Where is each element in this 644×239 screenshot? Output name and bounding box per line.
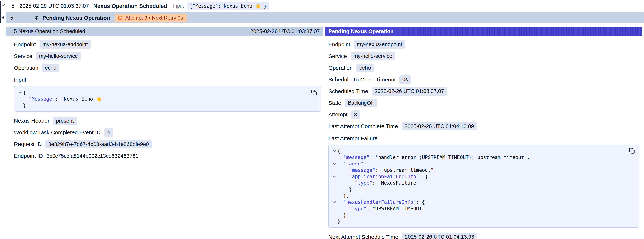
- chevron-down-icon[interactable]: [332, 150, 336, 152]
- event-id-link[interactable]: 5: [12, 3, 14, 9]
- field-label-state: State: [328, 100, 342, 106]
- json-line-text: {: [23, 89, 26, 96]
- field-value-operation: echo: [356, 64, 374, 72]
- pending-operation-row[interactable]: 5 Pending Nexus Operation Attempt: [6, 12, 644, 24]
- field-value-request-id: 3e829b7e-7d67-4b08-aad3-b1e868bfe9e0: [46, 140, 152, 148]
- json-punctuation: [338, 161, 343, 166]
- field-label-next-attempt-schedule-time: Next Attempt Schedule Time: [328, 234, 398, 239]
- copy-button[interactable]: [311, 89, 317, 96]
- field-label-last-attempt-complete-time: Last Attempt Complete Time: [328, 123, 398, 130]
- json-punctuation: : {: [419, 174, 428, 179]
- collapse-gutter: [331, 160, 338, 167]
- pending-operation-title: Pending Nexus Operation: [42, 15, 110, 21]
- chevron-down-icon[interactable]: [332, 162, 336, 165]
- field-row-request-id: Request ID3e829b7e-7d67-4b08-aad3-b1e868…: [14, 138, 321, 150]
- json-line: "nexusHandlerFailureInfo": {: [331, 199, 634, 205]
- event-row-scheduled[interactable]: 5 2025-02-26 UTC 01:03:37.07 Nexus Opera…: [6, 0, 644, 12]
- field-value-next-attempt-schedule-time: 2025-02-26 UTC 01:04:13.93: [402, 233, 477, 239]
- json-line-text: "nexusHandlerFailureInfo": {: [338, 199, 425, 205]
- input-value-chip: {"Message":"Nexus Echo 👋"}: [187, 2, 269, 10]
- pending-asterisk-icon: [34, 15, 39, 20]
- field-label-last-attempt-failure: Last Attempt Failure: [328, 135, 378, 142]
- attempt-retry-text: Attempt 3 • Next Retry 0s: [126, 15, 183, 21]
- field-label-row-input: Input: [14, 74, 321, 85]
- field-label-input: Input: [14, 77, 26, 83]
- scheduled-panel-fields: Endpointmy-nexus-endpointServicemy-hello…: [6, 36, 323, 162]
- timeline-circle-marker: [2, 3, 4, 6]
- json-line-text: "Message": "Nexus Echo 👋": [23, 96, 105, 102]
- json-punctuation: :: [372, 180, 378, 186]
- json-line: "cause": {: [331, 160, 634, 167]
- field-value-scheduled-time: 2025-02-26 UTC 01:03:37.07: [372, 87, 447, 95]
- field-label-service: Service: [14, 53, 32, 59]
- json-line-text: "applicationFailureInfo": {: [338, 173, 428, 180]
- json-line: "type": "UPSTREAM_TIMEOUT": [331, 205, 634, 212]
- field-value-service: my-hello-service: [350, 52, 395, 60]
- json-line: }: [331, 218, 634, 224]
- json-line: "applicationFailureInfo": {: [331, 173, 634, 180]
- field-row-schedule-to-close-timeout: Schedule To Close Timeout0s: [328, 74, 639, 86]
- json-line-text: "type": "UPSTREAM_TIMEOUT": [338, 205, 425, 212]
- chevron-down-icon[interactable]: [18, 91, 22, 94]
- field-value-nexus-header: present: [53, 116, 77, 125]
- json-punctuation: :: [366, 206, 372, 211]
- json-punctuation: }: [338, 212, 346, 218]
- field-label-row-last-attempt-failure: Last Attempt Failure: [328, 133, 639, 144]
- scheduled-panel-timestamp: 2025-02-26 UTC 01:03:37.07: [250, 28, 320, 34]
- json-key: "Message": [29, 96, 55, 102]
- chevron-down-icon[interactable]: [332, 175, 336, 178]
- json-punctuation: [338, 180, 355, 186]
- field-label-scheduled-time: Scheduled Time: [328, 88, 368, 94]
- event-id-link[interactable]: 5: [10, 15, 13, 21]
- scheduled-panel-header: 5 Nexus Operation Scheduled 2025-02-26 U…: [6, 27, 323, 36]
- json-string: "Nexus Echo 👋": [61, 96, 105, 102]
- field-value-state: BackingOff: [345, 99, 377, 107]
- field-label-endpoint-id: Endpoint ID: [14, 153, 43, 159]
- json-line: }: [17, 102, 316, 108]
- collapse-gutter: [331, 180, 338, 186]
- json-code-block: { "message": "handler error (UPSTREAM_TI…: [328, 144, 639, 228]
- json-string: "NexusFailure": [378, 180, 419, 186]
- json-punctuation: [338, 154, 343, 160]
- pending-panel-header: Pending Nexus Operation: [325, 27, 642, 36]
- json-string: "handler error (UPSTREAM_TIMEOUT): upstr…: [375, 154, 527, 160]
- scheduled-event-panel: 5 Nexus Operation Scheduled 2025-02-26 U…: [6, 27, 323, 162]
- json-line-text: "type": "NexusFailure": [338, 180, 419, 186]
- field-value-service: my-hello-service: [36, 52, 81, 60]
- json-line: "Message": "Nexus Echo 👋": [17, 96, 316, 102]
- field-row-scheduled-time: Scheduled Time2025-02-26 UTC 01:03:37.07: [328, 86, 639, 97]
- field-row-nexus-header: Nexus Headerpresent: [14, 115, 321, 127]
- field-label-endpoint: Endpoint: [328, 41, 350, 48]
- collapse-gutter: [331, 148, 338, 154]
- refresh-icon: [118, 15, 123, 20]
- collapse-gutter: [331, 199, 338, 205]
- field-value-schedule-to-close-timeout: 0s: [400, 76, 411, 84]
- json-punctuation: : {: [364, 161, 372, 166]
- json-punctuation: [338, 199, 343, 205]
- collapse-gutter: [331, 186, 338, 192]
- json-punctuation: [23, 96, 29, 102]
- json-line: {: [17, 89, 316, 96]
- field-row-endpoint: Endpointmy-nexus-endpoint: [328, 38, 639, 50]
- field-value-workflow-task-completed-event-id: 4: [104, 128, 113, 137]
- collapse-gutter: [331, 212, 338, 218]
- json-key: "applicationFailureInfo": [349, 174, 419, 179]
- field-label-nexus-header: Nexus Header: [14, 118, 49, 124]
- field-label-operation: Operation: [14, 65, 38, 71]
- pending-panel-fields: Endpointmy-nexus-endpointServicemy-hello…: [325, 36, 642, 239]
- copy-icon: [311, 89, 317, 96]
- json-key: "cause": [343, 161, 364, 166]
- json-line-text: {: [338, 148, 340, 154]
- field-label-workflow-task-completed-event-id: Workflow Task Completed Event ID: [14, 130, 100, 136]
- field-row-endpoint: Endpointmy-nexus-endpoint: [14, 38, 321, 50]
- field-link-endpoint-id[interactable]: 3c0c75ccfa8144b092c13ce632463761: [47, 153, 138, 159]
- json-line-text: "cause": {: [338, 160, 372, 167]
- json-punctuation: : {: [416, 199, 425, 205]
- copy-button[interactable]: [629, 148, 635, 154]
- json-punctuation: }: [23, 102, 26, 108]
- collapse-gutter: [331, 205, 338, 212]
- collapse-gutter: [17, 102, 23, 108]
- json-punctuation: ,: [434, 167, 436, 173]
- chevron-down-icon[interactable]: [332, 201, 336, 203]
- field-value-attempt: 3: [351, 110, 360, 119]
